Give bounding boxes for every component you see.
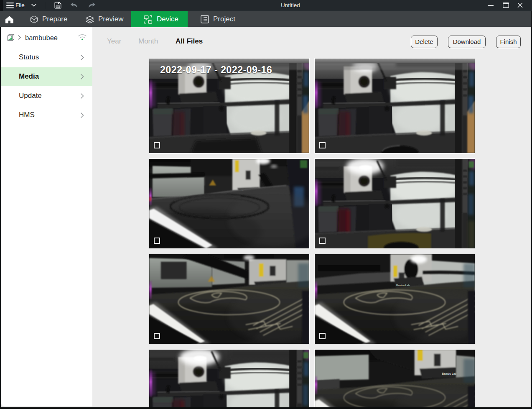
- svg-text:Bambu Lab: Bambu Lab: [396, 284, 410, 286]
- svg-text:Bambu Lab: Bambu Lab: [442, 372, 456, 375]
